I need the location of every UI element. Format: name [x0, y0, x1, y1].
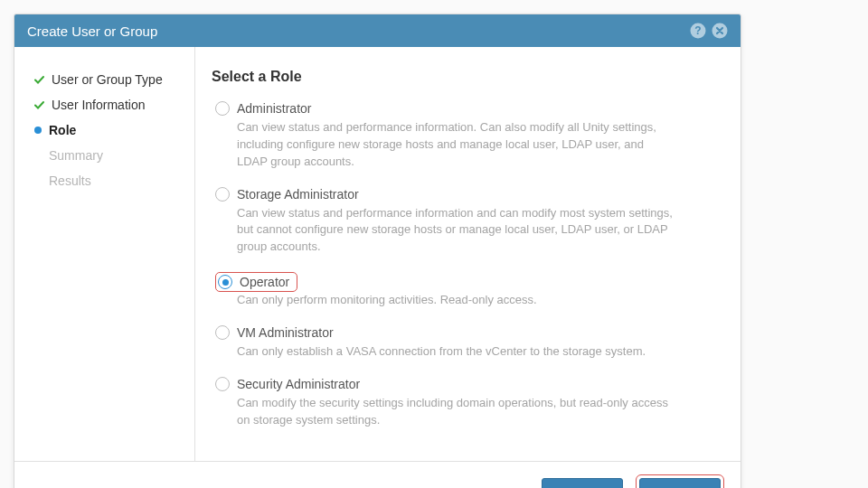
role-description: Can only perform monitoring activities. … — [215, 292, 676, 309]
role-name: Storage Administrator — [237, 187, 359, 202]
highlight-box: Next — [636, 474, 724, 488]
back-button[interactable]: Back — [542, 478, 623, 488]
radio-button[interactable] — [218, 275, 232, 289]
wizard-dialog: Create User or Group ? User or Group Typ… — [14, 14, 741, 488]
check-icon — [34, 100, 44, 110]
role-description: Can modify the security settings includi… — [215, 395, 676, 429]
role-description: Can view status and performance informat… — [215, 205, 676, 257]
role-option-operator[interactable]: Operator Can only perform monitoring act… — [212, 272, 713, 309]
radio-button[interactable] — [215, 377, 230, 391]
role-option-security-administrator[interactable]: Security Administrator Can modify the se… — [212, 377, 713, 429]
role-option-vm-administrator[interactable]: VM Administrator Can only establish a VA… — [212, 325, 713, 361]
role-option-administrator[interactable]: Administrator Can view status and perfor… — [212, 101, 713, 171]
empty-icon — [34, 177, 42, 184]
role-description: Can only establish a VASA connection fro… — [215, 343, 676, 361]
sidebar-item-user-information[interactable]: User Information — [34, 92, 194, 117]
wizard-sidebar: User or Group Type User Information Role… — [14, 47, 195, 461]
close-icon[interactable] — [712, 23, 728, 39]
svg-text:?: ? — [694, 24, 701, 37]
sidebar-item-summary[interactable]: Summary — [34, 143, 194, 168]
sidebar-item-label: Results — [49, 174, 91, 188]
empty-icon — [34, 152, 42, 159]
role-description: Can view status and performance informat… — [215, 119, 676, 171]
radio-button[interactable] — [215, 101, 230, 116]
help-icon[interactable]: ? — [690, 23, 706, 39]
radio-button[interactable] — [215, 187, 230, 202]
highlight-box: Operator — [215, 272, 297, 292]
role-name: VM Administrator — [237, 325, 334, 340]
check-icon — [34, 75, 44, 85]
role-option-storage-administrator[interactable]: Storage Administrator Can view status an… — [212, 187, 713, 257]
sidebar-item-label: User or Group Type — [52, 72, 163, 87]
cancel-button[interactable]: Cancel — [447, 479, 529, 488]
radio-button[interactable] — [215, 325, 230, 340]
sidebar-item-label: Role — [49, 123, 76, 137]
wizard-footer: Cancel Back Next — [14, 461, 741, 488]
next-button[interactable]: Next — [639, 478, 721, 488]
titlebar: Create User or Group ? — [14, 14, 741, 47]
role-name: Security Administrator — [237, 377, 360, 391]
content-title: Select a Role — [212, 69, 713, 85]
role-name: Operator — [240, 275, 289, 289]
sidebar-item-user-or-group-type[interactable]: User or Group Type — [34, 67, 194, 92]
sidebar-item-results[interactable]: Results — [34, 168, 194, 193]
wizard-content: Select a Role Administrator Can view sta… — [195, 47, 741, 461]
sidebar-item-label: User Information — [52, 98, 145, 112]
sidebar-item-role[interactable]: Role — [34, 117, 194, 143]
bullet-icon — [34, 127, 42, 134]
dialog-title: Create User or Group — [27, 23, 690, 39]
wizard-body: User or Group Type User Information Role… — [14, 47, 741, 461]
role-name: Administrator — [237, 101, 311, 116]
sidebar-item-label: Summary — [49, 148, 103, 163]
titlebar-icons: ? — [690, 23, 728, 39]
